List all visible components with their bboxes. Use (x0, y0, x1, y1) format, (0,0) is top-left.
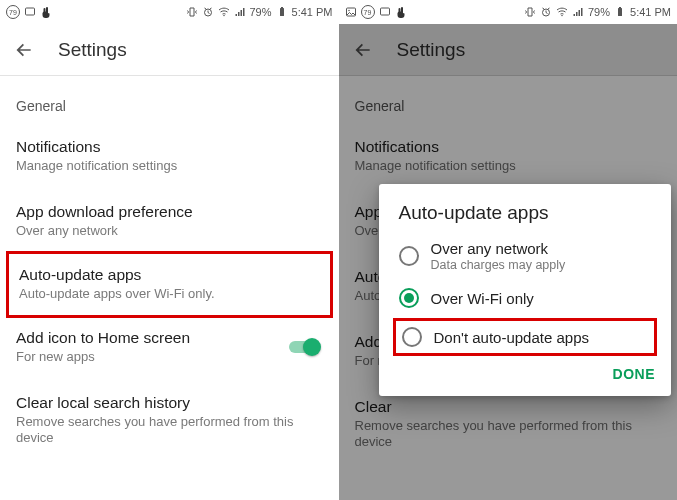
item-subtitle: Manage notification settings (355, 158, 662, 175)
item-subtitle: Manage notification settings (16, 158, 323, 175)
switch-thumb (303, 338, 321, 356)
back-arrow-icon (353, 40, 373, 60)
item-title: Auto-update apps (19, 266, 320, 284)
screenshot-right: 79 79% 5:41 PM Settings General Notif (339, 0, 678, 500)
vibrate-icon (524, 6, 536, 18)
option-label: Over Wi-Fi only (431, 290, 534, 307)
back-arrow-icon[interactable] (14, 40, 34, 60)
alarm-icon (202, 6, 214, 18)
clock-text: 5:41 PM (292, 6, 333, 18)
svg-rect-11 (619, 7, 621, 8)
svg-point-2 (223, 15, 225, 17)
item-title: Clear (355, 398, 662, 416)
done-button[interactable]: DONE (613, 366, 655, 382)
svg-rect-7 (380, 8, 389, 15)
option-sublabel: Data charges may apply (431, 258, 566, 272)
vibrate-icon (186, 6, 198, 18)
option-wifi-only[interactable]: Over Wi-Fi only (379, 280, 672, 316)
option-any-network[interactable]: Over any network Data charges may apply (379, 232, 672, 280)
svg-point-6 (348, 10, 350, 12)
item-subtitle: For new apps (16, 349, 279, 366)
toggle-switch[interactable] (287, 338, 321, 356)
cast-icon (379, 6, 391, 18)
item-subtitle: Remove searches you have performed from … (355, 418, 662, 452)
battery-icon (276, 6, 288, 18)
clock-text: 5:41 PM (630, 6, 671, 18)
page-title: Settings (397, 39, 466, 61)
item-title: Notifications (355, 138, 662, 156)
app-bar: Settings (339, 24, 678, 76)
section-header-general: General (0, 76, 339, 124)
cast-icon (24, 6, 36, 18)
option-label: Don't auto-update apps (434, 329, 589, 346)
radio-unchecked-icon (402, 327, 422, 347)
auto-update-dialog: Auto-update apps Over any network Data c… (379, 184, 672, 396)
svg-rect-0 (26, 8, 35, 15)
settings-item-add-icon[interactable]: Add icon to Home screen For new apps (0, 315, 339, 380)
wifi-icon (556, 6, 568, 18)
signal-icon (234, 6, 246, 18)
settings-item-notifications[interactable]: Notifications Manage notification settin… (0, 124, 339, 189)
signal-icon (572, 6, 584, 18)
settings-item-notifications: Notifications Manage notification settin… (339, 124, 678, 189)
option-dont-update[interactable]: Don't auto-update apps (393, 318, 658, 356)
svg-rect-10 (618, 8, 622, 16)
option-label: Over any network (431, 240, 566, 257)
item-subtitle: Remove searches you have performed from … (16, 414, 323, 448)
screenshot-left: 79 79% 5:41 PM Settings General Notifica… (0, 0, 339, 500)
item-title: Notifications (16, 138, 323, 156)
counter-badge-icon: 79 (6, 5, 20, 19)
battery-icon (614, 6, 626, 18)
svg-rect-4 (281, 7, 283, 8)
item-subtitle: Over any network (16, 223, 323, 240)
battery-text: 79% (588, 6, 610, 18)
settings-item-clear-history[interactable]: Clear local search history Remove search… (0, 380, 339, 462)
image-icon (345, 6, 357, 18)
svg-point-9 (561, 15, 563, 17)
settings-item-auto-update[interactable]: Auto-update apps Auto-update apps over W… (6, 251, 333, 318)
status-bar: 79 79% 5:41 PM (0, 0, 339, 24)
item-title: Add icon to Home screen (16, 329, 279, 347)
item-subtitle: Auto-update apps over Wi-Fi only. (19, 286, 320, 303)
wifi-icon (218, 6, 230, 18)
radio-checked-icon (399, 288, 419, 308)
counter-badge-icon: 79 (361, 5, 375, 19)
alarm-icon (540, 6, 552, 18)
battery-text: 79% (250, 6, 272, 18)
item-title: Clear local search history (16, 394, 323, 412)
hand-icon (40, 6, 52, 18)
dialog-title: Auto-update apps (379, 184, 672, 232)
svg-rect-3 (280, 8, 284, 16)
dialog-actions: DONE (379, 360, 672, 396)
settings-item-download-pref[interactable]: App download preference Over any network (0, 189, 339, 254)
section-header-general: General (339, 76, 678, 124)
status-bar: 79 79% 5:41 PM (339, 0, 678, 24)
page-title: Settings (58, 39, 127, 61)
item-title: App download preference (16, 203, 323, 221)
hand-icon (395, 6, 407, 18)
app-bar: Settings (0, 24, 339, 76)
radio-unchecked-icon (399, 246, 419, 266)
